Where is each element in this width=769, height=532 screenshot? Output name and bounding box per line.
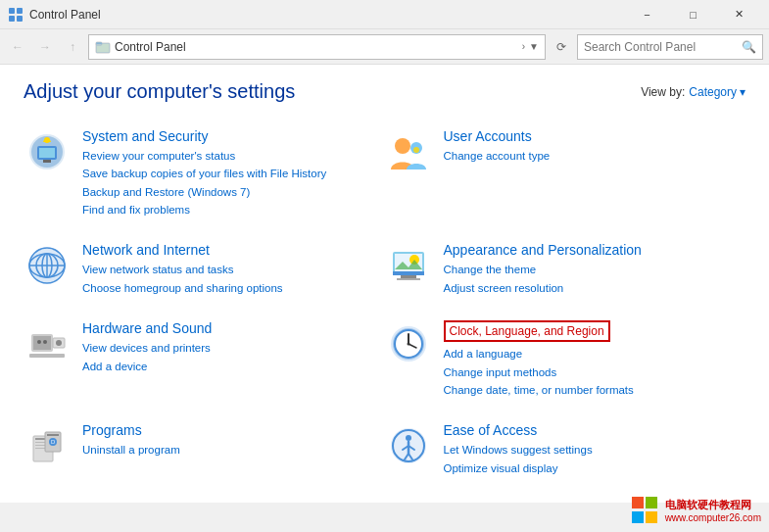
programs-title[interactable]: Programs bbox=[82, 422, 385, 438]
svg-rect-25 bbox=[393, 271, 424, 275]
search-icon[interactable]: 🔍 bbox=[742, 40, 756, 54]
svg-rect-30 bbox=[33, 336, 51, 350]
system-icon bbox=[24, 128, 71, 175]
access-link-2[interactable]: Optimize visual display bbox=[444, 459, 746, 477]
hardware-link-1[interactable]: View devices and printers bbox=[82, 339, 385, 357]
main-content: Adjust your computer's settings View by:… bbox=[0, 65, 769, 503]
watermark: 电脑软硬件教程网 www.computer26.com bbox=[632, 497, 761, 524]
svg-rect-0 bbox=[9, 8, 15, 14]
minimize-button[interactable]: − bbox=[625, 0, 669, 29]
category-hardware: Hardware and Sound View devices and prin… bbox=[24, 314, 385, 409]
svg-rect-10 bbox=[39, 148, 55, 158]
category-appearance: Appearance and Personalization Change th… bbox=[385, 236, 746, 307]
system-link-2[interactable]: Save backup copies of your files with Fi… bbox=[82, 165, 385, 182]
access-content: Ease of Access Let Windows suggest setti… bbox=[444, 422, 746, 477]
system-content: System and Security Review your computer… bbox=[82, 128, 385, 219]
address-bar: ← → ↑ Control Panel › ▼ ⟳ 🔍 bbox=[0, 29, 769, 65]
svg-point-53 bbox=[406, 435, 411, 441]
viewby-value: Category bbox=[689, 85, 737, 99]
search-input[interactable] bbox=[584, 40, 738, 54]
svg-point-32 bbox=[56, 340, 62, 346]
appearance-content: Appearance and Personalization Change th… bbox=[444, 242, 746, 297]
svg-text:D: D bbox=[51, 439, 56, 445]
hardware-link-2[interactable]: Add a device bbox=[82, 358, 385, 375]
svg-rect-33 bbox=[29, 354, 65, 358]
search-box[interactable]: 🔍 bbox=[577, 34, 763, 60]
programs-link-1[interactable]: Uninstall a program bbox=[82, 441, 385, 459]
window-title: Control Panel bbox=[29, 8, 625, 22]
appearance-link-1[interactable]: Change the theme bbox=[444, 261, 746, 278]
category-network: Network and Internet View network status… bbox=[24, 236, 385, 307]
hardware-content: Hardware and Sound View devices and prin… bbox=[82, 320, 385, 375]
svg-rect-6 bbox=[96, 43, 110, 53]
programs-icon: D bbox=[24, 422, 71, 469]
address-field[interactable]: Control Panel › ▼ bbox=[88, 34, 546, 60]
clock-content: Clock, Language, and Region Add a langua… bbox=[444, 320, 746, 399]
svg-rect-3 bbox=[17, 16, 23, 22]
viewby-dropdown[interactable]: Category ▾ bbox=[689, 85, 745, 99]
user-link-1[interactable]: Change account type bbox=[444, 147, 746, 165]
hardware-title[interactable]: Hardware and Sound bbox=[82, 320, 385, 336]
forward-button[interactable]: → bbox=[33, 35, 57, 59]
appearance-icon bbox=[385, 242, 432, 289]
viewby-arrow-icon: ▾ bbox=[740, 85, 745, 99]
svg-point-15 bbox=[413, 147, 419, 153]
clock-title-highlighted[interactable]: Clock, Language, and Region bbox=[444, 320, 610, 342]
title-bar: Control Panel − □ ✕ bbox=[0, 0, 769, 29]
system-link-3[interactable]: Backup and Restore (Windows 7) bbox=[82, 183, 385, 201]
viewby-label: View by: bbox=[641, 85, 685, 99]
content-header: Adjust your computer's settings View by:… bbox=[24, 80, 745, 103]
programs-content: Programs Uninstall a program bbox=[82, 422, 385, 459]
up-button[interactable]: ↑ bbox=[61, 35, 84, 59]
close-button[interactable]: ✕ bbox=[717, 0, 761, 29]
access-link-1[interactable]: Let Windows suggest settings bbox=[444, 441, 746, 459]
network-link-2[interactable]: Choose homegroup and sharing options bbox=[82, 279, 385, 297]
svg-point-35 bbox=[43, 340, 47, 344]
folder-icon bbox=[95, 39, 111, 55]
clock-link-2[interactable]: Change input methods bbox=[444, 363, 746, 381]
svg-rect-48 bbox=[47, 434, 59, 436]
network-link-1[interactable]: View network status and tasks bbox=[82, 261, 385, 278]
app-icon bbox=[8, 7, 24, 23]
network-content: Network and Internet View network status… bbox=[82, 242, 385, 297]
svg-rect-7 bbox=[96, 42, 102, 44]
category-system: System and Security Review your computer… bbox=[24, 122, 385, 228]
svg-rect-1 bbox=[17, 8, 23, 14]
svg-rect-27 bbox=[397, 278, 420, 280]
clock-link-1[interactable]: Add a language bbox=[444, 345, 746, 363]
appearance-title[interactable]: Appearance and Personalization bbox=[444, 242, 746, 258]
breadcrumb-item: Control Panel bbox=[115, 40, 518, 54]
page-title: Adjust your computer's settings bbox=[24, 80, 295, 103]
appearance-link-2[interactable]: Adjust screen resolution bbox=[444, 279, 746, 297]
system-link-1[interactable]: Review your computer's status bbox=[82, 147, 385, 165]
svg-point-12 bbox=[44, 137, 50, 143]
svg-rect-26 bbox=[401, 275, 416, 278]
svg-rect-11 bbox=[43, 160, 51, 163]
refresh-button[interactable]: ⟳ bbox=[550, 35, 573, 59]
user-title[interactable]: User Accounts bbox=[444, 128, 746, 144]
windows-logo-icon bbox=[632, 497, 659, 524]
network-title[interactable]: Network and Internet bbox=[82, 242, 385, 258]
view-by-control: View by: Category ▾ bbox=[641, 85, 745, 99]
back-button[interactable]: ← bbox=[6, 35, 29, 59]
window-controls: − □ ✕ bbox=[625, 0, 761, 29]
user-content: User Accounts Change account type bbox=[444, 128, 746, 165]
access-title[interactable]: Ease of Access bbox=[444, 422, 746, 438]
svg-point-41 bbox=[407, 343, 409, 346]
category-user: User Accounts Change account type bbox=[385, 122, 746, 228]
category-access: Ease of Access Let Windows suggest setti… bbox=[385, 416, 746, 487]
chevron-right-icon: › bbox=[522, 41, 525, 52]
categories-grid: System and Security Review your computer… bbox=[24, 122, 745, 487]
category-programs: D Programs Uninstall a program bbox=[24, 416, 385, 487]
network-icon bbox=[24, 242, 71, 289]
watermark-text-container: 电脑软硬件教程网 www.computer26.com bbox=[665, 498, 761, 523]
category-clock: Clock, Language, and Region Add a langua… bbox=[385, 314, 746, 409]
dropdown-arrow-icon[interactable]: ▼ bbox=[529, 41, 539, 52]
hardware-icon bbox=[24, 320, 71, 367]
svg-point-34 bbox=[37, 340, 41, 344]
system-title[interactable]: System and Security bbox=[82, 128, 385, 144]
maximize-button[interactable]: □ bbox=[671, 0, 715, 29]
watermark-site: 电脑软硬件教程网 bbox=[665, 498, 761, 512]
system-link-4[interactable]: Find and fix problems bbox=[82, 201, 385, 218]
clock-link-3[interactable]: Change date, time, or number formats bbox=[444, 381, 746, 399]
